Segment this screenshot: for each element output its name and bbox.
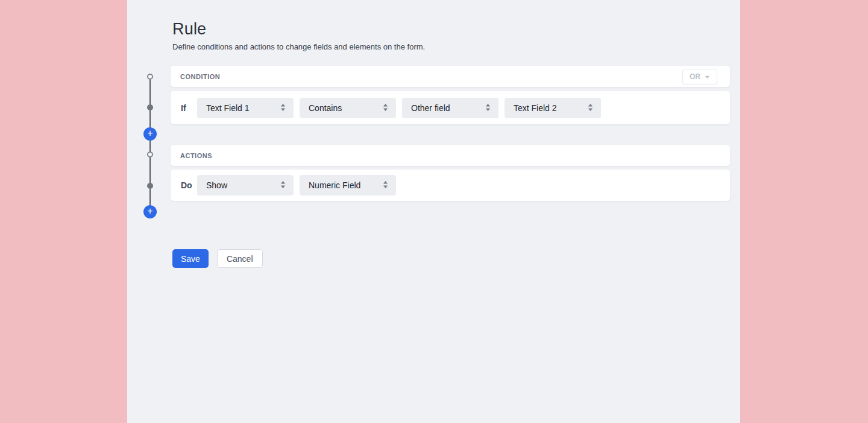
select-value: Numeric Field (309, 180, 360, 190)
plus-icon: + (147, 206, 153, 216)
footer-actions: Save Cancel (172, 249, 263, 268)
cancel-button[interactable]: Cancel (217, 249, 263, 268)
if-label: If (181, 103, 186, 113)
page-title: Rule (172, 20, 425, 39)
timeline-node-do (147, 183, 153, 189)
select-value: Text Field 1 (206, 103, 250, 113)
condition-compare-field-select[interactable]: Text Field 2 (505, 98, 601, 118)
save-button[interactable]: Save (172, 249, 209, 268)
select-value: Text Field 2 (514, 103, 557, 113)
action-target-field-select[interactable]: Numeric Field (300, 175, 396, 196)
action-row: Do Show Numeric Field (171, 170, 730, 201)
up-down-selector-icon (280, 103, 286, 113)
condition-operator-button[interactable]: OR (682, 69, 717, 84)
up-down-selector-icon (280, 180, 286, 190)
select-value: Show (206, 180, 227, 190)
chevron-down-icon (705, 72, 710, 81)
timeline-line (149, 77, 151, 212)
actions-section-label: ACTIONS (180, 152, 212, 159)
condition-row: If Text Field 1 Contains Other field (171, 91, 730, 124)
select-value: Contains (309, 103, 342, 113)
condition-section-header-bar: CONDITION OR (171, 66, 730, 87)
page-subtitle: Define conditions and actions to change … (172, 42, 425, 51)
up-down-selector-icon (588, 103, 593, 113)
timeline-node-condition (147, 74, 153, 80)
condition-section-label: CONDITION (180, 73, 220, 80)
add-action-button[interactable]: + (143, 205, 157, 218)
condition-operator-select[interactable]: Contains (300, 98, 396, 118)
up-down-selector-icon (383, 103, 388, 113)
timeline-node-actions (147, 151, 153, 157)
plus-icon: + (147, 129, 153, 138)
condition-field-select[interactable]: Text Field 1 (197, 98, 294, 118)
select-value: Other field (411, 103, 450, 113)
page-header: Rule Define conditions and actions to ch… (172, 20, 425, 51)
actions-section-header-bar: ACTIONS (171, 145, 730, 166)
up-down-selector-icon (485, 103, 491, 113)
up-down-selector-icon (383, 180, 388, 190)
action-type-select[interactable]: Show (197, 175, 294, 196)
action-selects: Show Numeric Field (197, 175, 396, 196)
timeline-node-if (147, 104, 153, 110)
condition-operator-label: OR (690, 72, 700, 81)
do-label: Do (181, 180, 192, 190)
condition-compare-type-select[interactable]: Other field (402, 98, 498, 118)
add-condition-button[interactable]: + (143, 127, 157, 141)
condition-selects: Text Field 1 Contains Other field Text F… (197, 98, 601, 118)
rule-editor-panel: Rule Define conditions and actions to ch… (127, 0, 740, 423)
